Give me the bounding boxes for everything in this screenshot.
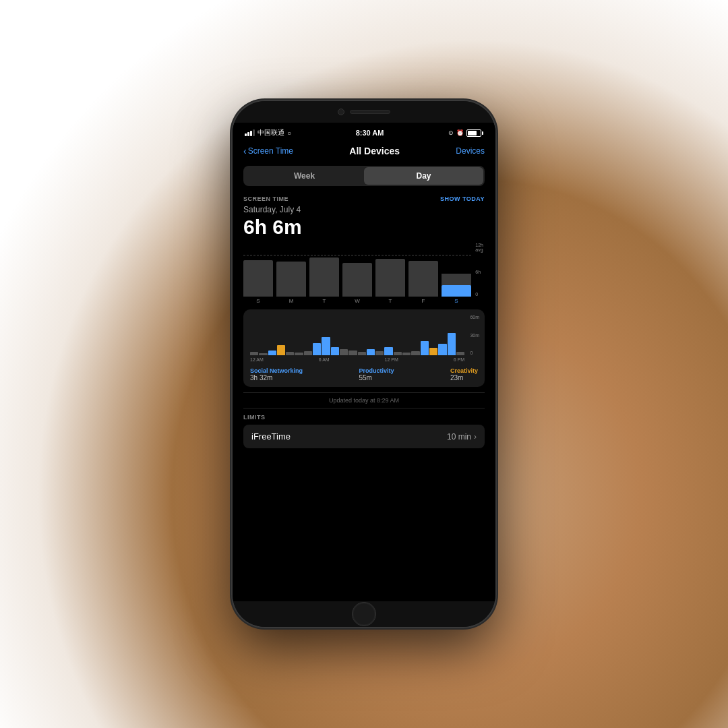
limits-time: 10 min: [447, 432, 471, 442]
creativity-time: 23m: [450, 374, 478, 382]
battery-fill: [468, 131, 477, 135]
date-label: Saturday, July 4: [243, 205, 485, 214]
hourly-y-top: 60m: [470, 315, 479, 320]
back-button[interactable]: ‹ Screen Time: [243, 146, 293, 156]
day-label-m: M: [276, 298, 306, 304]
legend-creativity: Creativity 23m: [450, 367, 478, 382]
hbar: [421, 341, 429, 355]
status-bar: 中国联通 ○ 8:30 AM ⊙ ⏰: [233, 123, 495, 142]
hbar: [250, 352, 258, 355]
hbar: [348, 351, 357, 355]
signal-bar-4: [253, 129, 255, 136]
productivity-label: Productivity: [359, 367, 394, 374]
day-tab[interactable]: Day: [364, 167, 483, 185]
clock-icon: ⊙: [448, 129, 454, 136]
social-networking-time: 3h 32m: [250, 374, 303, 382]
day-label-f: F: [408, 298, 438, 304]
hourly-y-mid: 30m: [470, 333, 479, 338]
segment-control: Week Day: [243, 166, 485, 186]
hbar: [394, 352, 402, 355]
bar-blue: [442, 285, 471, 297]
productivity-time: 55m: [359, 374, 394, 382]
phone-top-bar: [233, 101, 495, 123]
hbar: [438, 344, 446, 355]
day-label-t1: T: [309, 298, 339, 304]
y-label-top: 12havg: [475, 243, 483, 252]
phone-bottom: [233, 601, 495, 627]
day-label-s1: S: [243, 298, 273, 304]
hbar: [402, 353, 411, 355]
day-label-w: W: [342, 298, 372, 304]
social-networking-label: Social Networking: [250, 367, 303, 374]
limits-section: LIMITS iFreeTime 10 min ›: [243, 414, 485, 448]
hbar: [340, 349, 348, 355]
status-left: 中国联通 ○: [245, 128, 291, 138]
hbar: [313, 343, 321, 355]
hbar: [358, 352, 366, 355]
hbar: [295, 353, 303, 355]
carrier-label: 中国联通: [257, 128, 284, 138]
limits-label: LIMITS: [243, 414, 485, 421]
y-label-mid: 6h: [475, 270, 483, 274]
phone-frame: 中国联通 ○ 8:30 AM ⊙ ⏰: [233, 101, 495, 627]
update-text: Updated today at 8:29 AM: [243, 392, 485, 408]
y-label-bot: 0: [475, 292, 483, 297]
signal-bars: [245, 129, 255, 136]
main-content: SCREEN TIME SHOW TODAY Saturday, July 4 …: [233, 190, 495, 601]
battery-tip: [482, 131, 483, 135]
scene: 中国联通 ○ 8:30 AM ⊙ ⏰: [0, 0, 728, 728]
week-tab[interactable]: Week: [245, 167, 364, 185]
hourly-chart-section: 60m 30m 0: [243, 309, 485, 387]
limits-row[interactable]: iFreeTime 10 min ›: [243, 425, 485, 448]
phone-screen: 中国联通 ○ 8:30 AM ⊙ ⏰: [233, 123, 495, 601]
hbar: [331, 347, 339, 355]
hourly-y-axis: 60m 30m 0: [470, 315, 479, 355]
hbar: [375, 351, 384, 355]
bar-body: [375, 259, 405, 297]
home-button[interactable]: [352, 602, 376, 626]
hbar: [286, 352, 294, 355]
back-label: Screen Time: [248, 146, 293, 156]
bar-body: [243, 260, 273, 297]
screen-time-section-header: SCREEN TIME SHOW TODAY: [243, 195, 485, 202]
hbar: [448, 333, 456, 355]
legend-social: Social Networking 3h 32m: [250, 367, 303, 382]
week-bar-s2: [442, 243, 471, 297]
back-chevron-icon: ‹: [243, 146, 247, 156]
status-time: 8:30 AM: [356, 129, 384, 137]
week-bar-f: [408, 243, 438, 297]
alarm-icon: ⏰: [456, 129, 464, 136]
chevron-right-icon: ›: [474, 432, 477, 442]
limits-value: 10 min ›: [447, 432, 477, 442]
signal-bar-3: [250, 131, 252, 136]
front-camera: [338, 109, 344, 115]
avg-line: [243, 255, 471, 255]
x-label-12am: 12 AM: [250, 357, 264, 362]
devices-button[interactable]: Devices: [456, 146, 485, 156]
hourly-x-labels: 12 AM 6 AM 12 PM 6 PM: [250, 357, 478, 362]
show-today-button[interactable]: SHOW TODAY: [440, 195, 485, 202]
bar-body: [408, 261, 438, 297]
hbar: [456, 352, 464, 355]
x-label-6am: 6 AM: [319, 357, 330, 362]
week-bar-t1: [309, 243, 339, 297]
bar-body: [342, 263, 372, 297]
day-label-t2: T: [375, 298, 405, 304]
week-bar-m: [276, 243, 306, 297]
signal-bar-2: [247, 132, 249, 136]
hbar: [367, 349, 375, 355]
category-legend: Social Networking 3h 32m Productivity 55…: [250, 367, 478, 382]
creativity-label: Creativity: [450, 367, 478, 374]
hourly-bars: [250, 315, 478, 355]
total-time-display: 6h 6m: [243, 216, 485, 239]
x-label-12pm: 12 PM: [385, 357, 398, 362]
week-bar-w: [342, 243, 372, 297]
bar-body: [309, 257, 339, 297]
wifi-icon: ○: [287, 129, 291, 137]
hbar: [277, 345, 285, 355]
hbar: [259, 353, 267, 355]
chart-y-axis: 12havg 6h 0: [475, 243, 483, 297]
screen-time-label: SCREEN TIME: [243, 195, 289, 202]
nav-bar: ‹ Screen Time All Devices Devices: [233, 142, 495, 162]
weekly-bars: [243, 243, 485, 297]
